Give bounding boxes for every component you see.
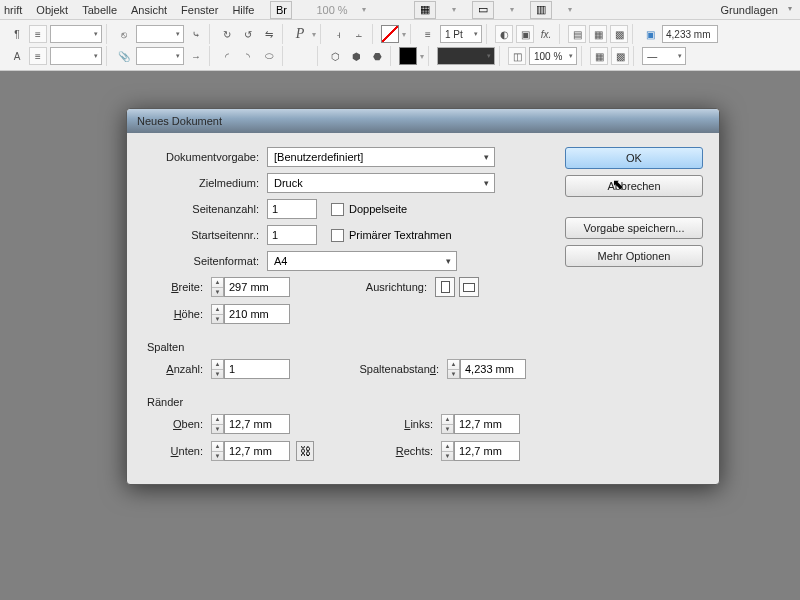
- fx-icon[interactable]: fx.: [537, 25, 555, 43]
- wrap2-combo[interactable]: [136, 47, 184, 65]
- label-pagesize: Seitenformat:: [143, 255, 267, 267]
- intent-combo[interactable]: Druck: [267, 173, 495, 193]
- path-type-icon[interactable]: P: [291, 25, 309, 43]
- opacity-icon[interactable]: ◫: [508, 47, 526, 65]
- gutter-field[interactable]: 4,233 mm: [460, 359, 526, 379]
- workspace-dropdown[interactable]: Grundlagen: [715, 2, 797, 18]
- opacity-combo[interactable]: 100 %: [529, 47, 577, 65]
- orientation-portrait-button[interactable]: [435, 277, 455, 297]
- screen-mode-icon[interactable]: ▭: [472, 1, 494, 19]
- pagesize-combo[interactable]: A4: [267, 251, 457, 271]
- menu-fenster[interactable]: Fenster: [181, 4, 218, 16]
- label-height: Höhe:: [143, 308, 211, 320]
- label-left: Links:: [345, 418, 441, 430]
- menu-schrift[interactable]: hrift: [4, 4, 22, 16]
- text-wrap-bound-icon[interactable]: ▦: [589, 25, 607, 43]
- pathfinder-icon[interactable]: ⬡: [326, 47, 344, 65]
- cancel-button[interactable]: Abbrechen: [565, 175, 703, 197]
- effects-icon[interactable]: ◐: [495, 25, 513, 43]
- label-pages: Seitenanzahl:: [143, 203, 267, 215]
- portrait-icon: [441, 281, 450, 293]
- ok-button[interactable]: OK: [565, 147, 703, 169]
- label-gutter: Spaltenabstand:: [345, 363, 447, 375]
- menu-hilfe[interactable]: Hilfe: [232, 4, 254, 16]
- anchor-icon[interactable]: ⎋: [115, 25, 133, 43]
- para-style-icon[interactable]: ¶: [8, 25, 26, 43]
- rotate-ccw-icon[interactable]: ↺: [239, 25, 257, 43]
- zoom-level[interactable]: 100 %: [316, 4, 347, 16]
- margin-top-field[interactable]: 12,7 mm: [224, 414, 290, 434]
- style-combo[interactable]: [50, 47, 102, 65]
- clip-icon[interactable]: 📎: [115, 47, 133, 65]
- stroke-weight-combo[interactable]: 1 Pt: [440, 25, 482, 43]
- gutter-spinner[interactable]: ▲▼: [447, 359, 460, 379]
- font-combo[interactable]: [50, 25, 102, 43]
- drop-shadow-icon[interactable]: ▣: [516, 25, 534, 43]
- dialog-titlebar[interactable]: Neues Dokument: [127, 109, 719, 133]
- frame-fit-icon[interactable]: ▣: [641, 25, 659, 43]
- chain-icon[interactable]: ⤷: [187, 25, 205, 43]
- label-start: Startseitennr.:: [143, 229, 267, 241]
- bridge-icon[interactable]: Br: [270, 1, 292, 19]
- flip-h-icon[interactable]: ⇋: [260, 25, 278, 43]
- view-mode-icon[interactable]: ▦: [414, 1, 436, 19]
- orientation-landscape-button[interactable]: [459, 277, 479, 297]
- menu-tabelle[interactable]: Tabelle: [82, 4, 117, 16]
- cap-combo[interactable]: —: [642, 47, 686, 65]
- arrange-icon[interactable]: ▥: [530, 1, 552, 19]
- label-top: Oben:: [143, 418, 211, 430]
- corner2-icon[interactable]: ◝: [239, 47, 257, 65]
- new-document-dialog: Neues Dokument Dokumentvorgabe: [Benutze…: [126, 108, 720, 485]
- margin-bottom-field[interactable]: 12,7 mm: [224, 441, 290, 461]
- pathfinder3-icon[interactable]: ⬣: [368, 47, 386, 65]
- align2-icon[interactable]: ≡: [29, 47, 47, 65]
- height-field[interactable]: 210 mm: [224, 304, 290, 324]
- measurement-field[interactable]: [662, 25, 718, 43]
- wrap-jump-icon[interactable]: ▦: [590, 47, 608, 65]
- margin-right-spinner[interactable]: ▲▼: [441, 441, 454, 461]
- width-spinner[interactable]: ▲▼: [211, 277, 224, 297]
- margins-group-title: Ränder: [147, 396, 547, 408]
- corner3-icon[interactable]: ⬭: [260, 47, 278, 65]
- corner-icon[interactable]: ◜: [218, 47, 236, 65]
- text-wrap-none-icon[interactable]: ▤: [568, 25, 586, 43]
- checkbox-icon: [331, 203, 344, 216]
- save-preset-button[interactable]: Vorgabe speichern...: [565, 217, 703, 239]
- height-spinner[interactable]: ▲▼: [211, 304, 224, 324]
- zoom-arrow-icon[interactable]: ▾: [362, 5, 366, 14]
- stroke-style-combo[interactable]: [437, 47, 495, 65]
- checkbox-icon: [331, 229, 344, 242]
- dialog-title: Neues Dokument: [137, 115, 222, 127]
- distribute-h-icon[interactable]: ⫞: [329, 25, 347, 43]
- more-options-button[interactable]: Mehr Optionen: [565, 245, 703, 267]
- margin-bottom-spinner[interactable]: ▲▼: [211, 441, 224, 461]
- margin-left-spinner[interactable]: ▲▼: [441, 414, 454, 434]
- start-field[interactable]: 1: [267, 225, 317, 245]
- width-field[interactable]: 297 mm: [224, 277, 290, 297]
- count-field[interactable]: 1: [224, 359, 290, 379]
- menu-objekt[interactable]: Objekt: [36, 4, 68, 16]
- stroke-swatch[interactable]: [399, 47, 417, 65]
- preset-combo[interactable]: [Benutzerdefiniert]: [267, 147, 495, 167]
- text-wrap-shape-icon[interactable]: ▩: [610, 25, 628, 43]
- rotate-cw-icon[interactable]: ↻: [218, 25, 236, 43]
- margin-right-field[interactable]: 12,7 mm: [454, 441, 520, 461]
- margin-left-field[interactable]: 12,7 mm: [454, 414, 520, 434]
- arrow-icon[interactable]: →: [187, 47, 205, 65]
- primary-text-frame-checkbox[interactable]: Primärer Textrahmen: [331, 229, 452, 242]
- count-spinner[interactable]: ▲▼: [211, 359, 224, 379]
- margin-top-spinner[interactable]: ▲▼: [211, 414, 224, 434]
- wrap-next-icon[interactable]: ▩: [611, 47, 629, 65]
- landscape-icon: [463, 283, 475, 292]
- label-orientation: Ausrichtung:: [345, 281, 435, 293]
- wrap-combo[interactable]: [136, 25, 184, 43]
- pages-field[interactable]: 1: [267, 199, 317, 219]
- fill-none-swatch[interactable]: [381, 25, 399, 43]
- link-margins-icon[interactable]: ⛓: [296, 441, 314, 461]
- distribute-v-icon[interactable]: ⫠: [350, 25, 368, 43]
- facing-checkbox[interactable]: Doppelseite: [331, 203, 407, 216]
- align-icon[interactable]: ≡: [29, 25, 47, 43]
- pathfinder2-icon[interactable]: ⬢: [347, 47, 365, 65]
- menu-ansicht[interactable]: Ansicht: [131, 4, 167, 16]
- char-style-icon[interactable]: A: [8, 47, 26, 65]
